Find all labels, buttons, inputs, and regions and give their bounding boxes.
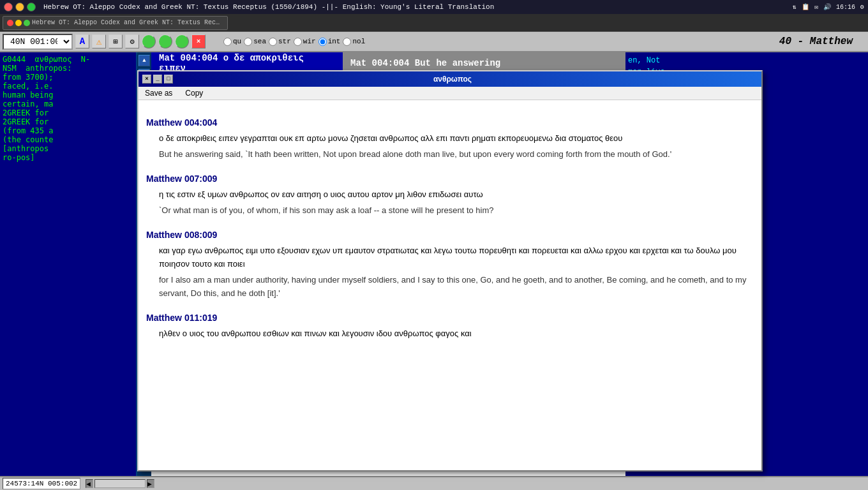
verse-english-3: for I also am a man under authority, hav… (159, 274, 754, 301)
popup-window: × _ □ ανθρωπος Save as Copy Matthew 004:… (137, 70, 763, 471)
verse-greek-2: η τις εστιν εξ υμων ανθρωπος ον εαν αιτη… (159, 188, 754, 202)
title-bar: Hebrew OT: Aleppo Codex and Greek NT: Te… (0, 0, 868, 14)
arrows-icon: ⇅ (793, 3, 797, 11)
max-btn[interactable] (27, 3, 36, 11)
sidebar-content: G0444 ανθρωπος N- NSM anthropos: from 37… (3, 55, 133, 162)
statusbar: 24573:14N 005:002 ◀ ▶ (0, 476, 868, 490)
icon-close[interactable]: × (191, 34, 206, 48)
mail-icon: ✉ (814, 3, 818, 11)
verse-greek-4: ηλθεν ο υιος του ανθρωπου εσθιων και πιν… (159, 327, 754, 341)
popup-overlay: × _ □ ανθρωπος Save as Copy Matthew 004:… (137, 70, 763, 471)
popup-content[interactable]: Matthew 004:004 ο δε αποκριθεις ειπεν γε… (138, 100, 761, 470)
verse-english-1: But he answering said, `It hath been wri… (159, 148, 754, 161)
radio-int[interactable]: int (318, 38, 341, 46)
verse-ref-2: Matthew 007:009 (146, 172, 754, 186)
scroll-right[interactable]: ▶ (147, 479, 154, 488)
popup-min-btn[interactable]: _ (153, 75, 162, 84)
popup-title: ανθρωπος (433, 75, 472, 84)
scroll-left[interactable]: ◀ (86, 479, 93, 488)
radio-str[interactable]: str (269, 38, 291, 46)
volume-icon: 🔊 (823, 3, 831, 11)
menu-icon: 📋 (802, 3, 809, 11)
settings-icon[interactable]: ⚙ (860, 3, 864, 11)
icon-green1[interactable] (142, 34, 156, 48)
popup-menu-copy[interactable]: Copy (183, 88, 206, 98)
right-line: en, Not (628, 55, 865, 66)
app-toolbar: 40N 001:001 A ⚠ ⊞ ⚙ × qu sea str wir int… (0, 32, 868, 52)
popup-titlebar: × _ □ ανθρωπος (138, 71, 761, 87)
taskbar-app-btn[interactable]: Hebrew OT: Aleppo Codex and Greek NT: Te… (3, 16, 228, 30)
popup-menu-saveas[interactable]: Save as (142, 88, 175, 98)
dot-red (7, 20, 13, 26)
taskbar-title: Hebrew OT: Aleppo Codex and Greek NT: Te… (32, 19, 223, 26)
verse-english-2: `Or what man is of you, of whom, if his … (159, 204, 754, 218)
icon-a[interactable]: A (75, 34, 89, 48)
icon-green3[interactable] (175, 34, 189, 48)
radio-sea[interactable]: sea (244, 38, 266, 46)
clock: 16:16 (836, 4, 855, 11)
radio-group: qu sea str wir int nol (223, 38, 365, 46)
status-ref: 24573:14N 005:002 (3, 478, 80, 489)
icon-grid[interactable]: ⊞ (108, 34, 123, 48)
radio-wir[interactable]: wir (294, 38, 316, 46)
ref-selector[interactable]: 40N 001:001 (3, 34, 73, 50)
close-btn[interactable] (4, 3, 13, 11)
nav-btn-1[interactable]: ▲ (138, 55, 150, 66)
dot-yellow (15, 20, 22, 26)
radio-qu[interactable]: qu (223, 38, 241, 46)
verse-ref-1: Matthew 004:004 (146, 115, 754, 130)
chapter-info: 40 - Matthew (779, 36, 865, 47)
popup-menubar: Save as Copy (138, 87, 761, 100)
popup-close-btn[interactable]: × (142, 75, 151, 84)
verse-ref-3: Matthew 008:009 (146, 228, 754, 242)
verse-greek-3: και γαρ εγω ανθρωπος ειμι υπο εξουσιαν ε… (159, 244, 754, 271)
icon-cog[interactable]: ⚙ (125, 34, 139, 48)
dot-green (24, 20, 30, 26)
icon-green2[interactable] (158, 34, 172, 48)
scrollbar-track[interactable] (94, 479, 146, 488)
verse-ref-4: Matthew 011:019 (146, 311, 754, 325)
icon-alert[interactable]: ⚠ (92, 34, 106, 48)
popup-max-btn[interactable]: □ (164, 75, 173, 84)
min-btn[interactable] (15, 3, 24, 11)
sidebar: G0444 ανθρωπος N- NSM anthropos: from 37… (0, 52, 137, 476)
radio-nol[interactable]: nol (343, 38, 365, 46)
app-title: Hebrew OT: Aleppo Codex and Greek NT: Te… (43, 3, 494, 11)
verse-greek-1: ο δε αποκριθεις ειπεν γεγραπται ουκ επ α… (159, 132, 754, 145)
taskbar: Hebrew OT: Aleppo Codex and Greek NT: Te… (0, 14, 868, 32)
